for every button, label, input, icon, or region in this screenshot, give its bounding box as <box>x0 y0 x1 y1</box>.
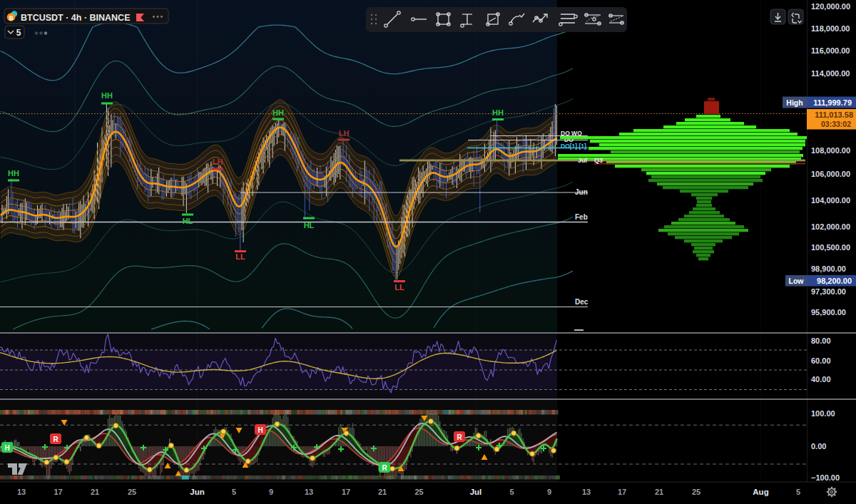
svg-text:118,000.00: 118,000.00 <box>811 24 850 33</box>
svg-text:DO[1] [1]: DO[1] [1] <box>561 143 586 150</box>
svg-text:9: 9 <box>269 488 273 496</box>
svg-text:Jun: Jun <box>575 188 588 196</box>
svg-text:21: 21 <box>655 488 663 496</box>
svg-text:100,500.00: 100,500.00 <box>811 243 850 252</box>
svg-text:21: 21 <box>91 488 99 496</box>
svg-text:₿: ₿ <box>9 15 14 21</box>
svg-text:LL: LL <box>394 283 404 292</box>
svg-text:108,000.00: 108,000.00 <box>811 146 850 155</box>
svg-text:114,000.00: 114,000.00 <box>811 69 850 78</box>
svg-text:104,000.00: 104,000.00 <box>811 196 850 205</box>
svg-text:LH: LH <box>339 129 350 138</box>
svg-text:Jun: Jun <box>190 488 204 496</box>
svg-text:25: 25 <box>414 488 423 496</box>
svg-text:HH: HH <box>101 91 113 100</box>
svg-text:Jul: Jul <box>470 488 482 496</box>
svg-text:5: 5 <box>509 488 514 496</box>
svg-text:LH: LH <box>213 158 223 166</box>
svg-text:21: 21 <box>378 488 387 496</box>
svg-text:R: R <box>457 433 462 441</box>
svg-text:95,900.00: 95,900.00 <box>811 308 846 317</box>
svg-text:111,999.79: 111,999.79 <box>813 98 852 107</box>
svg-text:5: 5 <box>16 28 21 38</box>
svg-text:13: 13 <box>17 488 26 496</box>
svg-text:BTCUSDT · 4h · BINANCE: BTCUSDT · 4h · BINANCE <box>21 13 130 23</box>
svg-text:17: 17 <box>54 488 62 496</box>
svg-text:High: High <box>786 98 802 107</box>
svg-text:5: 5 <box>232 488 236 496</box>
svg-text:0.00: 0.00 <box>811 442 826 451</box>
svg-text:H: H <box>4 444 9 452</box>
svg-text:25: 25 <box>128 488 136 496</box>
svg-text:25: 25 <box>692 488 700 496</box>
svg-text:60.00: 60.00 <box>811 356 831 365</box>
svg-text:13: 13 <box>305 488 313 496</box>
svg-text:120,000.00: 120,000.00 <box>811 2 850 11</box>
svg-text:HH: HH <box>8 169 19 178</box>
svg-text:100.00: 100.00 <box>811 409 835 418</box>
svg-text:13: 13 <box>582 488 591 496</box>
svg-text:17: 17 <box>618 488 626 496</box>
svg-text:102,000.00: 102,000.00 <box>811 222 850 231</box>
svg-text:98,900.00: 98,900.00 <box>811 264 846 273</box>
svg-text:HL: HL <box>183 217 193 225</box>
svg-text:106,000.00: 106,000.00 <box>811 170 850 178</box>
svg-text:Jul: Jul <box>578 157 587 164</box>
svg-text:80.00: 80.00 <box>811 336 831 345</box>
svg-text:Dec: Dec <box>575 298 588 306</box>
svg-text:03:33:02: 03:33:02 <box>821 120 851 128</box>
svg-text:Q3: Q3 <box>594 157 603 164</box>
svg-text:Low: Low <box>789 277 805 285</box>
svg-text:111,013.58: 111,013.58 <box>815 110 853 119</box>
svg-text:Feb: Feb <box>575 213 588 221</box>
svg-text:R: R <box>53 436 58 443</box>
svg-text:5: 5 <box>796 488 800 496</box>
svg-text:HH: HH <box>272 108 284 117</box>
svg-text:98,200.00: 98,200.00 <box>817 277 852 285</box>
svg-text:−100.00: −100.00 <box>811 473 840 482</box>
svg-text:•••: ••• <box>153 13 165 21</box>
svg-text:17: 17 <box>342 488 350 496</box>
svg-text:LL: LL <box>235 252 245 261</box>
svg-text:R: R <box>382 464 387 472</box>
svg-text:116,000.00: 116,000.00 <box>811 46 850 55</box>
svg-text:HL: HL <box>304 221 315 230</box>
svg-text:HH: HH <box>492 108 504 117</box>
svg-text:H: H <box>258 426 263 434</box>
svg-text:97,300.00: 97,300.00 <box>811 287 846 296</box>
svg-text:Aug: Aug <box>753 488 768 496</box>
svg-text:40.00: 40.00 <box>811 375 831 384</box>
svg-text:9: 9 <box>547 488 551 496</box>
